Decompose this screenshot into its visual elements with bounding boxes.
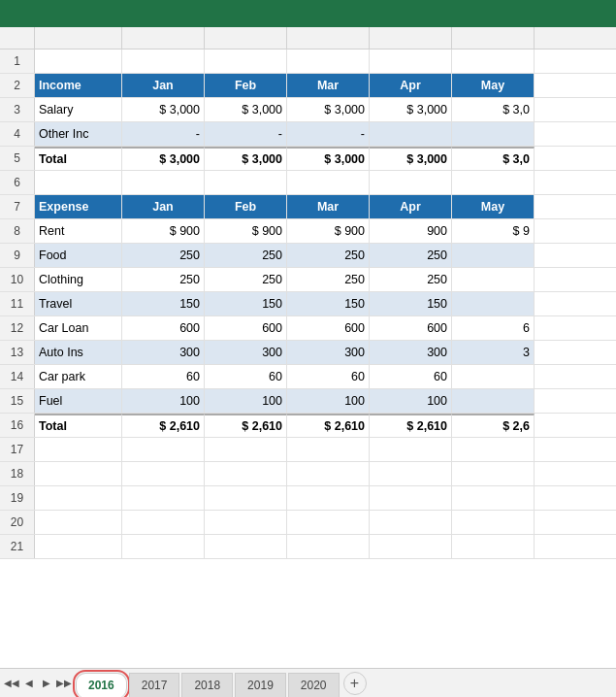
cell-14-b[interactable]: 60 [122,365,205,388]
cell-20-a[interactable] [35,511,122,534]
cell-13-a[interactable]: Auto Ins [35,341,122,364]
cell-12-d[interactable]: 600 [287,316,370,340]
cell-5-b[interactable]: $ 3,000 [122,147,205,170]
cell-3-a[interactable]: Salary [35,98,122,121]
cell-10-a[interactable]: Clothing [35,268,122,291]
cell-16-c[interactable]: $ 2,610 [205,414,287,437]
cell-20-e[interactable] [370,511,452,534]
cell-9-b[interactable]: 250 [122,244,205,267]
cell-14-f[interactable] [452,365,535,388]
cell-9-c[interactable]: 250 [205,244,287,267]
cell-12-e[interactable]: 600 [370,316,452,340]
cell-13-d[interactable]: 300 [287,341,370,364]
cell-14-a[interactable]: Car park [35,365,122,388]
cell-3-b[interactable]: $ 3,000 [122,98,205,121]
cell-1-e[interactable] [370,50,452,73]
cell-19-d[interactable] [287,486,370,510]
cell-10-d[interactable]: 250 [287,268,370,291]
cell-9-f[interactable] [452,244,535,267]
cell-21-a[interactable] [35,535,122,558]
cell-17-c[interactable] [205,438,287,461]
cell-9-d[interactable]: 250 [287,244,370,267]
cell-18-a[interactable] [35,462,122,485]
cell-2-d[interactable]: Mar [287,74,370,97]
cell-1-d[interactable] [287,50,370,73]
cell-4-f[interactable] [452,122,535,146]
cell-3-f[interactable]: $ 3,0 [452,98,535,121]
cell-6-b[interactable] [122,171,205,194]
add-sheet-button[interactable]: + [343,672,367,695]
cell-7-e[interactable]: Apr [370,195,452,218]
cell-10-b[interactable]: 250 [122,268,205,291]
cell-5-e[interactable]: $ 3,000 [370,147,452,170]
cell-2-f[interactable]: May [452,74,535,97]
cell-7-b[interactable]: Jan [122,195,205,218]
cell-5-d[interactable]: $ 3,000 [287,147,370,170]
cell-21-f[interactable] [452,535,535,558]
cell-2-e[interactable]: Apr [370,74,452,97]
cell-15-d[interactable]: 100 [287,389,370,413]
sheet-tab-2016[interactable]: 2016 [76,673,127,698]
cell-12-c[interactable]: 600 [205,316,287,340]
cell-11-a[interactable]: Travel [35,292,122,315]
cell-17-f[interactable] [452,438,535,461]
cell-10-c[interactable]: 250 [205,268,287,291]
cell-15-f[interactable] [452,389,535,413]
cell-3-e[interactable]: $ 3,000 [370,98,452,121]
tab-nav-prev[interactable]: ◀ [21,676,37,691]
cell-20-c[interactable] [205,511,287,534]
cell-15-b[interactable]: 100 [122,389,205,413]
cell-18-c[interactable] [205,462,287,485]
cell-16-d[interactable]: $ 2,610 [287,414,370,437]
cell-5-a[interactable]: Total [35,147,122,170]
cell-4-a[interactable]: Other Inc [35,122,122,146]
sheet-tab-2020[interactable]: 2020 [288,673,340,698]
cell-3-d[interactable]: $ 3,000 [287,98,370,121]
cell-13-e[interactable]: 300 [370,341,452,364]
cell-7-c[interactable]: Feb [205,195,287,218]
cell-11-b[interactable]: 150 [122,292,205,315]
cell-8-e[interactable]: 900 [370,219,452,243]
cell-7-f[interactable]: May [452,195,535,218]
cell-6-c[interactable] [205,171,287,194]
cell-13-c[interactable]: 300 [205,341,287,364]
cell-21-e[interactable] [370,535,452,558]
cell-2-b[interactable]: Jan [122,74,205,97]
cell-6-d[interactable] [287,171,370,194]
cell-15-a[interactable]: Fuel [35,389,122,413]
cell-21-b[interactable] [122,535,205,558]
cell-21-c[interactable] [205,535,287,558]
tab-nav-last[interactable]: ▶▶ [56,676,72,691]
cell-11-e[interactable]: 150 [370,292,452,315]
cell-8-b[interactable]: $ 900 [122,219,205,243]
cell-13-f[interactable]: 3 [452,341,535,364]
cell-4-e[interactable] [370,122,452,146]
cell-1-a[interactable] [35,50,122,73]
cell-16-a[interactable]: Total [35,414,122,437]
cell-8-d[interactable]: $ 900 [287,219,370,243]
cell-14-c[interactable]: 60 [205,365,287,388]
cell-18-e[interactable] [370,462,452,485]
cell-16-e[interactable]: $ 2,610 [370,414,452,437]
cell-7-a[interactable]: Expense [35,195,122,218]
cell-20-b[interactable] [122,511,205,534]
tab-nav-next[interactable]: ▶ [39,676,54,691]
cell-12-b[interactable]: 600 [122,316,205,340]
cell-17-b[interactable] [122,438,205,461]
sheet-tab-2018[interactable]: 2018 [181,673,233,698]
cell-4-d[interactable]: - [287,122,370,146]
cell-5-f[interactable]: $ 3,0 [452,147,535,170]
cell-16-b[interactable]: $ 2,610 [122,414,205,437]
cell-8-c[interactable]: $ 900 [205,219,287,243]
cell-18-d[interactable] [287,462,370,485]
cell-11-d[interactable]: 150 [287,292,370,315]
cell-16-f[interactable]: $ 2,6 [452,414,535,437]
tab-nav-first[interactable]: ◀◀ [4,676,19,691]
cell-6-e[interactable] [370,171,452,194]
cell-4-b[interactable]: - [122,122,205,146]
cell-17-e[interactable] [370,438,452,461]
cell-15-c[interactable]: 100 [205,389,287,413]
cell-11-f[interactable] [452,292,535,315]
cell-12-f[interactable]: 6 [452,316,535,340]
cell-14-d[interactable]: 60 [287,365,370,388]
